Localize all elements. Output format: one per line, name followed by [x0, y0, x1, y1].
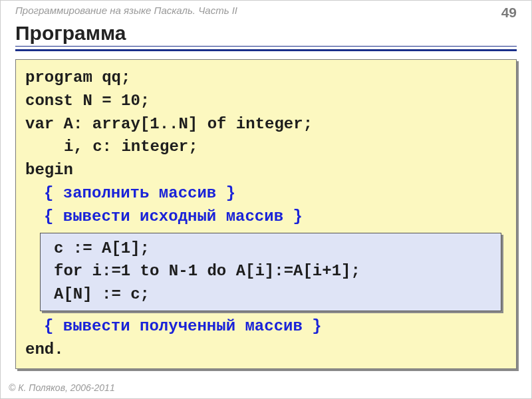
- code-line: const N = 10;: [25, 90, 507, 113]
- section-title: Программа: [1, 21, 531, 45]
- course-title: Программирование на языке Паскаль. Часть…: [15, 5, 237, 16]
- code-line: program qq;: [25, 66, 507, 90]
- code-line: A[N] := c;: [54, 283, 491, 307]
- code-comment: { вывести полученный массив }: [25, 315, 507, 338]
- code-line: for i:=1 to N-1 do A[i]:=A[i+1];: [54, 260, 491, 283]
- code-comment: { вывести исходный массив }: [25, 205, 507, 229]
- highlight-block: c := A[1]; for i:=1 to N-1 do A[i]:=A[i+…: [40, 233, 501, 311]
- code-comment: { заполнить массив }: [25, 182, 507, 205]
- code-line: var A: array[1..N] of integer;: [25, 113, 507, 136]
- slide: Программирование на языке Паскаль. Часть…: [0, 0, 532, 399]
- code-line: end.: [25, 338, 507, 362]
- code-line: i, c: integer;: [25, 136, 507, 159]
- code-block: program qq; const N = 10; var A: array[1…: [15, 59, 517, 369]
- code-line: begin: [25, 159, 507, 182]
- title-rule: [15, 46, 517, 51]
- copyright-footer: © К. Поляков, 2006-2011: [9, 382, 115, 393]
- code-line: c := A[1];: [54, 237, 491, 261]
- page-number: 49: [501, 5, 517, 21]
- slide-header: Программирование на языке Паскаль. Часть…: [1, 1, 531, 21]
